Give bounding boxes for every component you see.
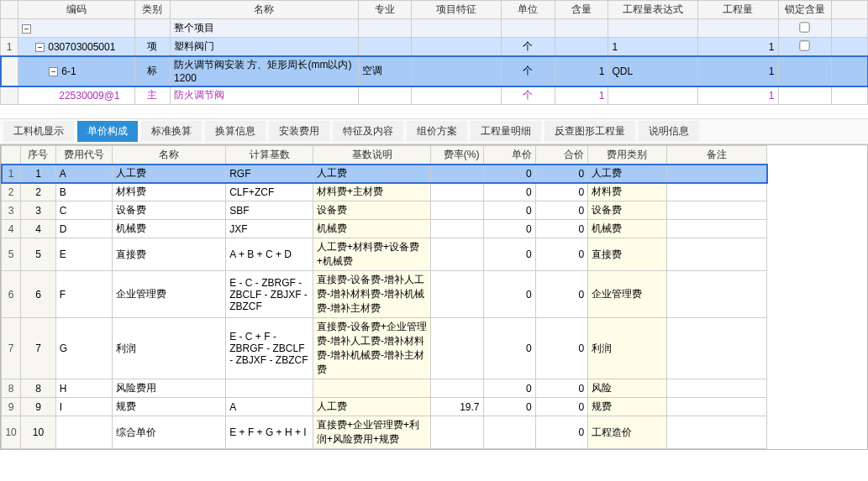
category-cell[interactable]: 规费 <box>588 398 666 416</box>
tab-6[interactable]: 组价方案 <box>407 121 467 142</box>
price-cell[interactable]: 0 <box>483 201 535 220</box>
spec-cell[interactable] <box>358 86 412 105</box>
expr-cell[interactable]: QDL <box>608 56 697 86</box>
name-cell[interactable]: 整个项目 <box>171 19 358 38</box>
remark-cell[interactable] <box>666 416 766 449</box>
name-cell[interactable]: 材料费 <box>113 183 226 201</box>
seq-cell[interactable]: 2 <box>21 183 56 201</box>
name-cell[interactable]: 风险费用 <box>113 379 226 398</box>
cost-row[interactable]: 99I规费A人工费19.700规费 <box>2 398 767 416</box>
tab-3[interactable]: 换算信息 <box>205 121 266 142</box>
remark-cell[interactable] <box>666 201 766 220</box>
remark-cell[interactable] <box>666 398 766 416</box>
lock-cell[interactable] <box>778 86 832 105</box>
spec-cell[interactable]: 空调 <box>358 56 412 86</box>
tree-row[interactable]: 22530009@1主防火调节阀个11 <box>1 86 868 105</box>
explain-cell[interactable]: 材料费+主材费 <box>313 183 431 201</box>
rate-cell[interactable] <box>431 318 483 379</box>
code-cell[interactable]: − <box>18 19 134 38</box>
explain-cell[interactable]: 人工费 <box>313 165 431 183</box>
rate-cell[interactable] <box>431 271 483 318</box>
name-cell[interactable]: 直接费 <box>113 238 226 271</box>
category-cell[interactable]: 利润 <box>588 318 666 379</box>
explain-cell[interactable]: 人工费+材料费+设备费+机械费 <box>313 238 431 271</box>
tab-7[interactable]: 工程量明细 <box>471 121 541 142</box>
seq-cell[interactable]: 10 <box>21 416 56 449</box>
name-cell[interactable]: 防火调节阀 <box>171 86 358 105</box>
price-cell[interactable]: 0 <box>483 220 535 238</box>
name-cell[interactable]: 塑料阀门 <box>171 38 358 56</box>
expr-cell[interactable]: 1 <box>608 38 697 56</box>
category-cell[interactable]: 企业管理费 <box>588 271 666 318</box>
rate-cell[interactable] <box>431 165 483 183</box>
code-cell[interactable]: 22530009@1 <box>18 86 134 105</box>
price-cell[interactable]: 0 <box>483 183 535 201</box>
total-cell[interactable]: 0 <box>535 165 587 183</box>
code-cell[interactable]: A <box>55 165 112 183</box>
name-cell[interactable]: 利润 <box>113 318 226 379</box>
feature-cell[interactable] <box>412 19 501 38</box>
explain-cell[interactable]: 直接费-设备费+企业管理费-增补人工费-增补材料费-增补机械费-增补主材费 <box>313 318 431 379</box>
price-cell[interactable]: 0 <box>483 318 535 379</box>
code-cell[interactable]: −6-1 <box>18 56 134 86</box>
feature-cell[interactable] <box>412 38 501 56</box>
cost-row[interactable]: 55E直接费A + B + C + D人工费+材料费+设备费+机械费00直接费 <box>2 238 767 271</box>
price-cell[interactable]: 0 <box>483 165 535 183</box>
explain-cell[interactable]: 直接费-设备费-增补人工费-增补材料费-增补机械费-增补主材费 <box>313 271 431 318</box>
tab-5[interactable]: 特征及内容 <box>333 121 403 142</box>
rate-cell[interactable] <box>431 220 483 238</box>
total-cell[interactable]: 0 <box>535 416 587 449</box>
seq-cell[interactable]: 3 <box>21 201 56 220</box>
explain-cell[interactable] <box>313 379 431 398</box>
tab-4[interactable]: 安装费用 <box>269 121 329 142</box>
collapse-toggle[interactable]: − <box>49 67 58 76</box>
category-cell[interactable]: 设备费 <box>588 201 666 220</box>
category-cell[interactable]: 人工费 <box>588 165 666 183</box>
rate-cell[interactable] <box>431 416 483 449</box>
code-cell[interactable]: I <box>55 398 112 416</box>
name-cell[interactable]: 设备费 <box>113 201 226 220</box>
rate-cell[interactable] <box>431 201 483 220</box>
lock-cell[interactable] <box>778 19 832 38</box>
tab-2[interactable]: 标准换算 <box>141 121 202 142</box>
price-cell[interactable]: 0 <box>483 379 535 398</box>
basis-cell[interactable]: JXF <box>226 220 313 238</box>
name-cell[interactable]: 综合单价 <box>113 416 226 449</box>
lock-checkbox[interactable] <box>800 22 810 32</box>
collapse-toggle[interactable]: − <box>35 43 45 52</box>
rate-cell[interactable] <box>431 379 483 398</box>
seq-cell[interactable]: 1 <box>21 165 56 183</box>
name-cell[interactable]: 防火调节阀安装 方、矩形周长(mm以内) 1200 <box>171 56 358 86</box>
explain-cell[interactable]: 设备费 <box>313 201 431 220</box>
total-cell[interactable]: 0 <box>535 379 587 398</box>
feature-cell[interactable] <box>412 56 501 86</box>
cost-row[interactable]: 44D机械费JXF机械费00机械费 <box>2 220 767 238</box>
code-cell[interactable]: C <box>55 201 112 220</box>
remark-cell[interactable] <box>666 165 766 183</box>
eng-cell[interactable] <box>697 19 778 38</box>
code-cell[interactable]: E <box>55 238 112 271</box>
seq-cell[interactable]: 4 <box>21 220 56 238</box>
basis-cell[interactable]: RGF <box>226 165 313 183</box>
remark-cell[interactable] <box>666 271 766 318</box>
tab-8[interactable]: 反查图形工程量 <box>544 121 635 142</box>
remark-cell[interactable] <box>666 318 766 379</box>
tree-row[interactable]: 1−030703005001项塑料阀门个11 <box>1 38 868 56</box>
basis-cell[interactable]: A <box>226 398 313 416</box>
category-cell[interactable]: 直接费 <box>588 238 666 271</box>
price-cell[interactable] <box>483 416 535 449</box>
cost-row[interactable]: 22B材料费CLF+ZCF材料费+主材费00材料费 <box>2 183 767 201</box>
category-cell[interactable]: 材料费 <box>588 183 666 201</box>
lock-checkbox[interactable] <box>800 40 810 50</box>
explain-cell[interactable]: 机械费 <box>313 220 431 238</box>
qty-cell[interactable]: 1 <box>555 56 608 86</box>
seq-cell[interactable]: 8 <box>21 379 56 398</box>
cost-row[interactable]: 66F企业管理费E - C - ZBRGF - ZBCLF - ZBJXF - … <box>2 271 767 318</box>
seq-cell[interactable]: 7 <box>21 318 56 379</box>
lock-cell[interactable] <box>778 38 832 56</box>
spec-cell[interactable] <box>358 38 412 56</box>
qty-cell[interactable] <box>555 19 608 38</box>
explain-cell[interactable]: 直接费+企业管理费+利润+风险费用+规费 <box>313 416 431 449</box>
remark-cell[interactable] <box>666 220 766 238</box>
collapse-toggle[interactable]: − <box>22 24 31 34</box>
